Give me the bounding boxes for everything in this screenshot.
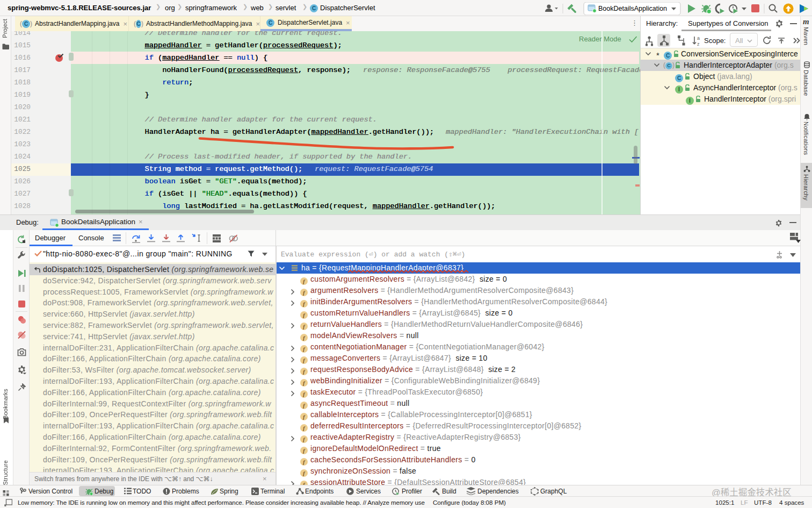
- svg-text:z: z: [697, 41, 700, 46]
- svg-text:a: a: [697, 35, 700, 41]
- svg-text:BookDetailsApplication: BookDetailsApplication: [598, 5, 667, 12]
